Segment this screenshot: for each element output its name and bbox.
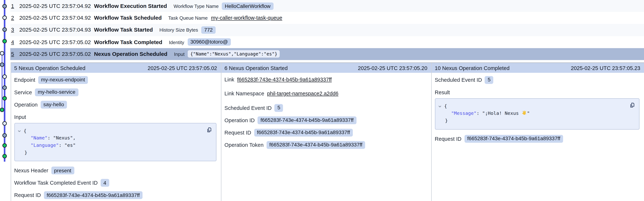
- endpoint-badge: my-nexus-endpoint: [38, 76, 88, 84]
- event-id-link[interactable]: 5: [11, 51, 16, 57]
- json-open-brace: {: [24, 127, 212, 134]
- result-code-block: { "Message": "¡Hola! Nexus " }: [435, 98, 640, 129]
- timeline-marker-task: [3, 86, 6, 90]
- event-detail-value-badge: 30960@totoro@: [188, 38, 231, 46]
- event-id-link[interactable]: 3: [11, 27, 16, 33]
- link-namespace-link[interactable]: phil-target-namespace2.a2dd6: [267, 91, 338, 97]
- field-label: Nexus Header: [14, 167, 48, 174]
- event-input-badge: {"Name":"Nexus","Language":"es"}: [188, 50, 280, 58]
- json-colon: :: [59, 142, 64, 148]
- json-colon: :: [48, 135, 53, 141]
- field-scheduled-event-id: Scheduled Event ID 5: [435, 76, 641, 84]
- field-endpoint: Endpoint my-nexus-endpoint: [14, 76, 218, 84]
- panel-timestamp: 2025-02-25 UTC 23:57:05.20: [358, 65, 428, 71]
- field-link-namespace: Link Namespace phil-target-namespace2.a2…: [224, 90, 428, 97]
- field-nexus-header: Nexus Header present: [14, 167, 218, 174]
- operation-id-badge: f665283f-743e-4374-b45b-9a61a89337ff: [258, 116, 356, 124]
- timeline-marker-task: [0, 63, 4, 67]
- json-value: "Nexus",: [53, 135, 76, 141]
- event-timestamp: 2025-02-25 UTC 23:57:05.02: [19, 51, 94, 57]
- event-timeline: [0, 0, 10, 201]
- timeline-marker-pending: [0, 52, 4, 55]
- panel-header: 5 Nexus Operation Scheduled 2025-02-25 U…: [11, 63, 221, 73]
- scheduled-event-id-badge: 5: [485, 76, 493, 84]
- event-row-4[interactable]: 4 2025-02-25 UTC 23:57:05.02 Workflow Ta…: [10, 36, 644, 48]
- event-row-3[interactable]: 3 2025-02-25 UTC 23:57:04.93 Workflow Ta…: [10, 24, 644, 36]
- event-detail-value-badge: HelloCallerWorkflow: [222, 3, 274, 10]
- json-value: "¡Hola! Nexus: [482, 110, 522, 116]
- field-link: Link f665283f-743e-4374-b45b-9a61a89337f…: [224, 76, 428, 83]
- panel-timestamp: 2025-02-25 UTC 23:57:05.02: [148, 65, 217, 71]
- field-label: Operation ID: [224, 117, 255, 123]
- timeline-marker-pending: [3, 16, 6, 20]
- waving-hand-emoji-icon: [522, 110, 527, 116]
- field-label: Request ID: [224, 129, 251, 136]
- field-operation-id: Operation ID f665283f-743e-4374-b45b-9a6…: [224, 116, 428, 124]
- field-operation-token: Operation Token f665283f-743e-4374-b45b-…: [224, 141, 428, 149]
- collapse-chevron-icon[interactable]: [438, 105, 441, 108]
- service-badge: my-hello-service: [35, 88, 78, 96]
- event-timeline-graph: [0, 0, 10, 201]
- json-open-brace: {: [444, 103, 635, 110]
- panel-body: Link f665283f-743e-4374-b45b-9a61a89337f…: [221, 73, 431, 149]
- timeline-marker-completed: [3, 96, 6, 100]
- timeline-marker-pending: [3, 121, 6, 125]
- json-value: "es": [64, 142, 76, 148]
- field-label: Workflow Task Completed Event ID: [14, 180, 98, 186]
- timeline-marker-task: [3, 5, 6, 8]
- event-row-5-selected[interactable]: 5 2025-02-25 UTC 23:57:05.02 Nexus Opera…: [10, 48, 644, 60]
- event-row-1[interactable]: 1 2025-02-25 UTC 23:57:04.92 Workflow Ex…: [10, 0, 644, 12]
- workflow-event-history-view: 1 2025-02-25 UTC 23:57:04.92 Workflow Ex…: [0, 0, 644, 201]
- scheduled-event-id-badge: 5: [274, 104, 283, 112]
- input-code-block: { "Name": "Nexus", "Language": "es" }: [14, 123, 216, 161]
- event-detail-label: Workflow Type Name: [174, 3, 219, 9]
- field-label: Service: [14, 89, 32, 95]
- json-value-quote: ": [527, 110, 530, 116]
- timeline-marker-completed: [3, 39, 6, 43]
- operation-token-badge: f665283f-743e-4374-b45b-9a61a89337ff: [266, 141, 365, 149]
- timeline-marker-completed: [0, 108, 4, 112]
- event-detail-label: Input: [174, 51, 184, 57]
- json-close-brace: }: [24, 149, 212, 156]
- json-key: "Message": [451, 110, 476, 116]
- panel-title: 6 Nexus Operation Started: [224, 65, 288, 71]
- task-queue-link[interactable]: my-caller-workflow-task-queue: [211, 15, 282, 21]
- event-detail-label: History Size Bytes: [160, 27, 198, 33]
- panel-header: 10 Nexus Operation Completed 2025-02-25 …: [432, 63, 644, 73]
- event-timestamp: 2025-02-25 UTC 23:57:04.92: [19, 3, 94, 9]
- json-key: "Name": [31, 135, 48, 141]
- field-label: Request ID: [14, 192, 41, 198]
- field-label: Operation: [14, 101, 38, 108]
- event-row-2[interactable]: 2 2025-02-25 UTC 23:57:04.92 Workflow Ta…: [10, 12, 644, 24]
- field-label: Request ID: [435, 136, 462, 142]
- field-label: Link: [224, 77, 234, 83]
- field-request-id: Request ID f665283f-743e-4374-b45b-9a61a…: [224, 129, 428, 136]
- field-operation: Operation say-hello: [14, 101, 218, 109]
- collapse-chevron-icon[interactable]: [18, 129, 21, 133]
- event-id-link[interactable]: 1: [11, 3, 16, 9]
- json-colon: :: [476, 110, 482, 116]
- timeline-marker-completed: [3, 143, 6, 147]
- panel-title: 10 Nexus Operation Completed: [435, 65, 510, 71]
- copy-icon[interactable]: [629, 102, 636, 108]
- event-timestamp: 2025-02-25 UTC 23:57:05.02: [19, 39, 94, 45]
- event-timestamp: 2025-02-25 UTC 23:57:04.93: [19, 27, 94, 33]
- event-timestamp: 2025-02-25 UTC 23:57:04.92: [19, 15, 94, 21]
- event-id-link[interactable]: 4: [11, 39, 16, 45]
- copy-icon[interactable]: [206, 127, 212, 133]
- link-value-link[interactable]: f665283f-743e-4374-b45b-9a61a89337ff: [237, 77, 332, 83]
- json-close-brace: }: [444, 117, 635, 124]
- json-key: "Language": [31, 142, 59, 148]
- timeline-marker-task: [3, 134, 6, 137]
- event-id-badge: 4: [100, 179, 109, 187]
- event-name: Workflow Task Completed: [94, 39, 162, 45]
- event-id-link[interactable]: 2: [11, 15, 16, 21]
- field-label: Operation Token: [224, 142, 264, 148]
- request-id-badge: f665283f-743e-4374-b45b-9a61a89337ff: [254, 129, 353, 136]
- timeline-marker-pending: [3, 75, 6, 79]
- event-name: Workflow Task Scheduled: [94, 15, 162, 21]
- event-detail-value-badge: 772: [201, 26, 216, 34]
- event-detail-panels: 5 Nexus Operation Scheduled 2025-02-25 U…: [10, 63, 644, 201]
- event-history-table: 1 2025-02-25 UTC 23:57:04.92 Workflow Ex…: [10, 0, 644, 60]
- field-label: Endpoint: [14, 77, 35, 83]
